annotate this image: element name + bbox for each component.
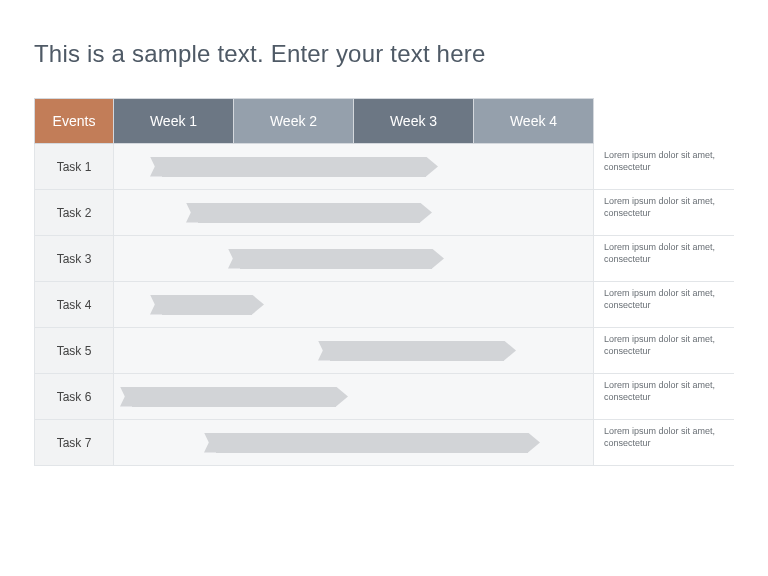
task-bar (186, 203, 432, 223)
task-label: Task 7 (34, 420, 114, 465)
bar-body (198, 203, 420, 223)
task-row: Task 2Lorem ipsum dolor sit amet, consec… (34, 190, 734, 236)
task-track (114, 328, 594, 373)
bar-head-arrow-icon (528, 433, 540, 453)
task-row: Task 6Lorem ipsum dolor sit amet, consec… (34, 374, 734, 420)
events-column-head: Events (34, 98, 114, 144)
bar-body (132, 387, 336, 407)
gantt-rows: Task 1Lorem ipsum dolor sit amet, consec… (34, 144, 734, 466)
bar-head-arrow-icon (504, 341, 516, 361)
bar-body (216, 433, 528, 453)
task-track (114, 190, 594, 235)
task-bar (150, 157, 438, 177)
bar-body (162, 295, 252, 315)
bar-tail-chevron-icon (318, 341, 330, 361)
task-bar (120, 387, 348, 407)
bar-tail-chevron-icon (204, 433, 216, 453)
week-head-3: Week 3 (354, 98, 474, 144)
task-label: Task 6 (34, 374, 114, 419)
week-head-4: Week 4 (474, 98, 594, 144)
task-track (114, 420, 594, 465)
bar-tail-chevron-icon (150, 295, 162, 315)
task-description: Lorem ipsum dolor sit amet, consectetur (594, 190, 734, 235)
bar-body (240, 249, 432, 269)
bar-tail-chevron-icon (120, 387, 132, 407)
task-label: Task 4 (34, 282, 114, 327)
bar-head-arrow-icon (426, 157, 438, 177)
bar-tail-chevron-icon (186, 203, 198, 223)
task-bar (318, 341, 516, 361)
task-label: Task 3 (34, 236, 114, 281)
bar-body (162, 157, 426, 177)
bar-head-arrow-icon (336, 387, 348, 407)
task-bar (204, 433, 540, 453)
task-description: Lorem ipsum dolor sit amet, consectetur (594, 282, 734, 327)
bar-tail-chevron-icon (150, 157, 162, 177)
task-bar (150, 295, 264, 315)
bar-body (330, 341, 504, 361)
bar-head-arrow-icon (420, 203, 432, 223)
task-description: Lorem ipsum dolor sit amet, consectetur (594, 420, 734, 465)
task-label: Task 1 (34, 144, 114, 189)
task-description: Lorem ipsum dolor sit amet, consectetur (594, 236, 734, 281)
task-label: Task 2 (34, 190, 114, 235)
task-bar (228, 249, 444, 269)
task-row: Task 1Lorem ipsum dolor sit amet, consec… (34, 144, 734, 190)
page-title: This is a sample text. Enter your text h… (34, 40, 734, 68)
task-row: Task 5Lorem ipsum dolor sit amet, consec… (34, 328, 734, 374)
task-track (114, 236, 594, 281)
task-description: Lorem ipsum dolor sit amet, consectetur (594, 328, 734, 373)
task-track (114, 374, 594, 419)
bar-head-arrow-icon (252, 295, 264, 315)
bar-tail-chevron-icon (228, 249, 240, 269)
bar-head-arrow-icon (432, 249, 444, 269)
week-head-1: Week 1 (114, 98, 234, 144)
task-label: Task 5 (34, 328, 114, 373)
task-row: Task 3Lorem ipsum dolor sit amet, consec… (34, 236, 734, 282)
task-track (114, 144, 594, 189)
task-row: Task 4Lorem ipsum dolor sit amet, consec… (34, 282, 734, 328)
gantt-header-row: Events Week 1 Week 2 Week 3 Week 4 (34, 98, 734, 144)
gantt-chart: Events Week 1 Week 2 Week 3 Week 4 Task … (34, 98, 734, 466)
week-head-2: Week 2 (234, 98, 354, 144)
task-description: Lorem ipsum dolor sit amet, consectetur (594, 144, 734, 189)
task-row: Task 7Lorem ipsum dolor sit amet, consec… (34, 420, 734, 466)
task-track (114, 282, 594, 327)
task-description: Lorem ipsum dolor sit amet, consectetur (594, 374, 734, 419)
